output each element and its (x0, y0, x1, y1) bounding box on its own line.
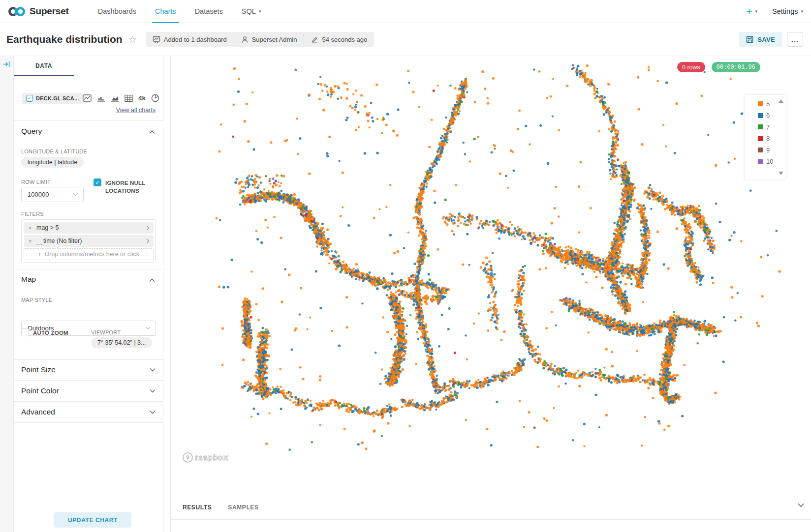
section-advanced[interactable]: Advanced (14, 402, 163, 423)
auto-zoom-label: AUTO ZOOM (33, 330, 68, 336)
filter-chip-time[interactable]: × __time (No filter) (24, 235, 154, 247)
legend-item: 6 (758, 112, 786, 119)
favorite-star-icon[interactable]: ☆ (128, 34, 137, 45)
query-timer-badge: 00:00:01.96 (712, 62, 760, 72)
row-limit-label: ROW LIMIT (21, 179, 51, 185)
results-panel-header: RESULTS SAMPLES (171, 496, 811, 520)
pie-chart-icon[interactable] (151, 94, 159, 102)
legend-items: 5678910 (758, 100, 786, 165)
legend-swatch (758, 124, 763, 129)
viz-4k-label[interactable]: 4k (138, 94, 146, 102)
nav-items: Dashboards Charts Datasets SQL ▾ (89, 0, 271, 23)
auto-zoom-checkbox[interactable] (21, 328, 29, 336)
map-canvas[interactable] (171, 57, 811, 496)
plus-icon: + (746, 6, 752, 17)
query-section-title: Query (21, 127, 42, 136)
settings-menu[interactable]: Settings ▾ (772, 7, 803, 15)
filters-box: × mag > 5 × __time (No filter) + Drop co… (21, 219, 156, 263)
line-chart-icon[interactable] (83, 94, 92, 102)
meta-owner[interactable]: Superset Admin (234, 32, 304, 47)
area-chart-icon[interactable] (111, 94, 119, 102)
mapbox-attribution[interactable]: mapbox (183, 452, 228, 463)
edit-pencil-icon (311, 36, 318, 43)
chevron-right-icon[interactable] (142, 238, 154, 244)
mapbox-wordmark: mapbox (195, 453, 228, 463)
superset-brand[interactable]: Superset (8, 6, 69, 17)
top-nav: Superset Dashboards Charts Datasets SQL … (0, 0, 811, 23)
dataset-chip[interactable]: ✓ DECK.GL SCA... (22, 93, 83, 104)
collapse-panel-arrow-icon[interactable] (3, 60, 10, 68)
save-button[interactable]: SAVE (739, 32, 782, 47)
mapbox-pin-icon (183, 452, 193, 463)
section-point-color[interactable]: Point Color (14, 381, 163, 402)
map-legend: 5678910 (744, 94, 786, 180)
legend-item: 10 (758, 158, 786, 165)
map-style-label: MAP STYLE (21, 297, 52, 303)
dataset-rail (0, 56, 14, 532)
filters-drop-zone[interactable]: + Drop columns/metrics here or click (24, 248, 154, 260)
legend-label: 6 (766, 112, 770, 119)
chevron-down-icon (145, 326, 151, 330)
meta-dashboards[interactable]: Added to 1 dashboard (146, 32, 234, 47)
caret-down-icon: ▾ (801, 9, 803, 14)
legend-label: 8 (766, 135, 770, 142)
tab-samples[interactable]: SAMPLES (228, 504, 258, 511)
legend-label: 7 (766, 123, 770, 131)
legend-item: 7 (758, 123, 786, 130)
chart-container: 0 rows 00:00:01.96 5678910 mapbox RESULT… (170, 56, 811, 532)
dataset-label: DECK.GL SCA... (36, 95, 79, 101)
remove-filter-x-icon[interactable]: × (24, 237, 36, 245)
chevron-down-icon (73, 193, 78, 196)
row-count-badge: 0 rows (677, 62, 705, 72)
chevron-right-icon[interactable] (142, 225, 154, 231)
chart-meta-group: Added to 1 dashboard Superset Admin 54 s… (146, 32, 374, 47)
meta-last-modified[interactable]: 54 seconds ago (304, 32, 374, 47)
legend-scroll-up-icon[interactable] (779, 99, 783, 103)
viz-selected-checkbox-icon: ✓ (26, 95, 33, 102)
map-section-title: Map (21, 275, 36, 284)
nav-item-dashboards[interactable]: Dashboards (89, 0, 146, 23)
panel-tabbar: DATA (14, 56, 163, 75)
nav-item-charts[interactable]: Charts (146, 0, 186, 23)
legend-scroll-down-icon[interactable] (779, 172, 783, 175)
map-collapse-chevron-up-icon[interactable] (149, 278, 155, 282)
filter-chip-mag[interactable]: × mag > 5 (24, 222, 154, 234)
save-floppy-icon (746, 36, 753, 43)
legend-item: 9 (758, 147, 786, 153)
legend-swatch (758, 101, 763, 106)
viz-type-icons: 4k (83, 94, 159, 102)
more-actions-button[interactable]: ... (787, 32, 803, 47)
legend-item: 8 (758, 135, 786, 142)
caret-down-icon: ▾ (259, 9, 261, 14)
table-icon[interactable] (125, 94, 133, 102)
legend-swatch (758, 113, 763, 118)
legend-label: 9 (766, 147, 770, 154)
tab-data[interactable]: DATA (14, 56, 74, 75)
legend-label: 5 (766, 100, 770, 108)
ignore-null-label: IGNORE NULL LOCATIONS (105, 179, 157, 195)
viewport-value-pill[interactable]: 7° 35' 54.02" | 3... (91, 337, 152, 348)
query-collapse-chevron-up-icon[interactable] (149, 130, 155, 134)
nav-item-sql[interactable]: SQL ▾ (232, 0, 271, 23)
nav-item-datasets[interactable]: Datasets (186, 0, 232, 23)
update-chart-button[interactable]: UPDATE CHART (54, 512, 131, 528)
plus-icon: + (38, 251, 41, 258)
dashboard-icon (153, 35, 160, 43)
divider (14, 269, 163, 269)
chevron-down-icon (150, 410, 156, 414)
legend-swatch (758, 136, 763, 141)
row-limit-select[interactable]: 100000 (21, 187, 84, 202)
bar-chart-icon[interactable] (97, 94, 105, 102)
query-status-badges: 0 rows 00:00:01.96 (677, 62, 760, 72)
tab-results[interactable]: RESULTS (183, 504, 212, 511)
filters-label: FILTERS (21, 211, 44, 217)
lonlat-value-pill[interactable]: longitude | latitude (21, 157, 84, 168)
new-item-button[interactable]: + ▾ (746, 6, 757, 17)
ignore-null-checkbox[interactable]: ✓ (94, 178, 101, 186)
section-point-size[interactable]: Point Size (14, 359, 163, 381)
results-collapse-chevron-icon[interactable] (798, 503, 804, 507)
view-all-charts-link[interactable]: View all charts (116, 105, 156, 114)
legend-label: 10 (766, 158, 773, 165)
remove-filter-x-icon[interactable]: × (24, 224, 36, 232)
chevron-down-icon (150, 368, 156, 372)
